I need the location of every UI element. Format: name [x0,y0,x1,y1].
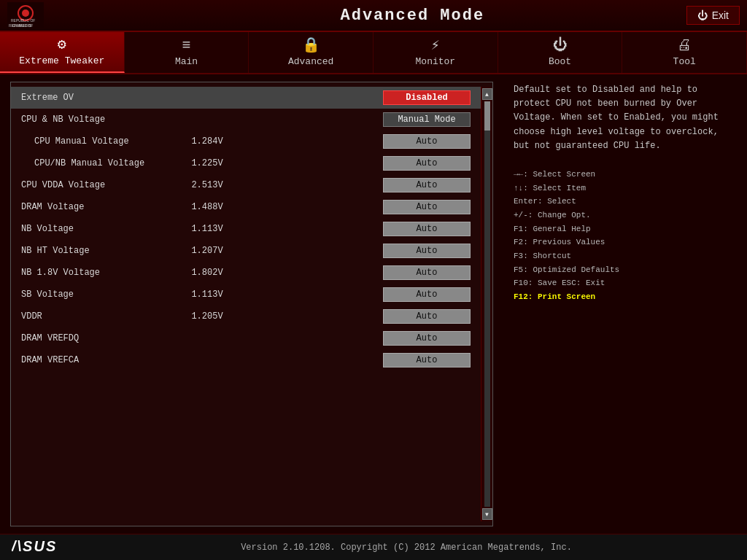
rog-logo: REPUBLIC OF REPUBLIC OF GAMERS [7,2,44,28]
control-box-cpu-nb-manual-voltage[interactable]: Auto [383,156,471,171]
hint-line: →←: Select Screen [514,168,737,182]
tab-label-tool: Tool [673,56,696,67]
setting-row-sb-voltage[interactable]: SB Voltage 1.113V Auto [11,284,481,306]
nav-tab-boot[interactable]: ⏻ Boot [498,32,623,73]
setting-row-cpu-nb-voltage[interactable]: CPU & NB Voltage Manual Mode [11,109,481,131]
control-box-cpu-vdda-voltage[interactable]: Auto [383,178,471,192]
setting-control-cpu-vdda-voltage[interactable]: Auto [383,178,471,192]
tab-icon-monitor: ⚡ [431,39,440,53]
setting-value-vddr: 1.205V [182,311,233,322]
setting-row-dram-voltage[interactable]: DRAM Voltage 1.488V Auto [11,196,481,218]
setting-value-nb-18v-voltage: 1.802V [182,268,233,278]
setting-row-dram-vrefca[interactable]: DRAM VREFCA Auto [11,349,481,371]
scroll-up-arrow[interactable]: ▲ [482,88,492,100]
setting-control-nb-voltage[interactable]: Auto [383,222,471,236]
exit-label: Exit [712,9,729,21]
setting-control-cpu-manual-voltage[interactable]: Auto [383,134,471,149]
setting-label-cpu-nb-manual-voltage: CPU/NB Manual Voltage [21,158,182,168]
exit-button[interactable]: ⏻ Exit [686,6,740,25]
control-box-nb-18v-voltage[interactable]: Auto [383,265,471,280]
tab-label-advanced: Advanced [288,56,333,67]
logo-area: REPUBLIC OF REPUBLIC OF GAMERS [7,2,139,28]
setting-control-cpu-nb-manual-voltage[interactable]: Auto [383,156,471,171]
setting-row-vddr[interactable]: VDDR 1.205V Auto [11,306,481,327]
svg-text:/\SUS: /\SUS [12,538,57,554]
setting-control-vddr[interactable]: Auto [383,309,471,324]
setting-label-cpu-nb-voltage: CPU & NB Voltage [21,114,182,125]
control-box-cpu-nb-voltage[interactable]: Manual Mode [383,112,471,127]
setting-value-cpu-manual-voltage: 1.284V [182,136,233,147]
keyboard-hints: →←: Select Screen↑↓: Select ItemEnter: S… [514,168,737,304]
setting-label-vddr: VDDR [21,311,182,322]
control-box-dram-voltage[interactable]: Auto [383,200,471,214]
tab-label-boot: Boot [549,56,571,67]
setting-control-dram-vrefca[interactable]: Auto [383,353,471,368]
setting-row-cpu-nb-manual-voltage[interactable]: CPU/NB Manual Voltage 1.225V Auto [11,152,481,174]
svg-point-2 [22,9,29,17]
control-box-cpu-manual-voltage[interactable]: Auto [383,134,471,149]
settings-list: Extreme OV Disabled CPU & NB Voltage Man… [11,87,481,521]
control-box-dram-vrefca[interactable]: Auto [383,353,471,368]
setting-label-cpu-manual-voltage: CPU Manual Voltage [21,136,182,147]
hint-line: F1: General Help [514,222,737,236]
main-content: Extreme OV Disabled CPU & NB Voltage Man… [0,74,747,534]
asus-logo: /\SUS [12,537,63,559]
setting-control-sb-voltage[interactable]: Auto [383,287,471,302]
nav-tab-monitor[interactable]: ⚡ Monitor [374,32,498,73]
setting-value-cpu-nb-manual-voltage: 1.225V [182,158,233,168]
tab-label-monitor: Monitor [416,56,456,67]
control-box-nb-voltage[interactable]: Auto [383,222,471,236]
setting-value-dram-voltage: 1.488V [182,202,233,212]
setting-label-nb-voltage: NB Voltage [21,224,182,234]
settings-panel: Extreme OV Disabled CPU & NB Voltage Man… [0,74,503,534]
footer: /\SUS Version 2.10.1208. Copyright (C) 2… [0,534,747,560]
scroll-area: ▲ ▼ [481,87,492,521]
nav-tab-extreme-tweaker[interactable]: ⚙ Extreme Tweaker [0,32,125,73]
nav-tabs: ⚙ Extreme Tweaker ≡ Main 🔒 Advanced ⚡ Mo… [0,32,747,74]
setting-row-dram-vrefdq[interactable]: DRAM VREFDQ Auto [11,327,481,349]
setting-row-nb-voltage[interactable]: NB Voltage 1.113V Auto [11,218,481,240]
scroll-thumb[interactable] [484,101,490,131]
control-box-sb-voltage[interactable]: Auto [383,287,471,302]
setting-control-extreme-ov[interactable]: Disabled [383,90,471,105]
header: REPUBLIC OF REPUBLIC OF GAMERS Advanced … [0,0,747,32]
setting-row-nb-ht-voltage[interactable]: NB HT Voltage 1.207V Auto [11,240,481,262]
setting-label-cpu-vdda-voltage: CPU VDDA Voltage [21,180,182,190]
tab-icon-tool: 🖨 [677,39,692,53]
setting-label-nb-ht-voltage: NB HT Voltage [21,246,182,256]
nav-tab-advanced[interactable]: 🔒 Advanced [249,32,374,73]
tab-icon-boot: ⏻ [553,39,568,53]
settings-inner: Extreme OV Disabled CPU & NB Voltage Man… [10,82,493,526]
setting-control-dram-vrefdq[interactable]: Auto [383,331,471,346]
tab-label-main: Main [175,56,198,67]
setting-control-nb-18v-voltage[interactable]: Auto [383,265,471,280]
tab-icon-main: ≡ [182,39,191,53]
control-box-nb-ht-voltage[interactable]: Auto [383,244,471,258]
control-box-dram-vrefdq[interactable]: Auto [383,331,471,346]
setting-value-nb-ht-voltage: 1.207V [182,246,233,256]
setting-label-extreme-ov: Extreme OV [21,93,182,103]
nav-tab-tool[interactable]: 🖨 Tool [622,32,747,73]
hint-line: F12: Print Screen [514,290,737,304]
hint-line: F3: Shortcut [514,249,737,263]
svg-text:REPUBLIC OF: REPUBLIC OF [11,18,35,23]
setting-control-nb-ht-voltage[interactable]: Auto [383,244,471,258]
nav-tab-main[interactable]: ≡ Main [125,32,249,73]
control-box-vddr[interactable]: Auto [383,309,471,324]
setting-control-cpu-nb-voltage[interactable]: Manual Mode [383,112,471,127]
tab-label-extreme-tweaker: Extreme Tweaker [19,55,104,66]
setting-label-dram-voltage: DRAM Voltage [21,202,182,212]
hint-line: +/-: Change Opt. [514,209,737,222]
hint-line: F5: Optimized Defaults [514,263,737,277]
setting-row-cpu-manual-voltage[interactable]: CPU Manual Voltage 1.284V Auto [11,131,481,152]
setting-label-dram-vrefdq: DRAM VREFDQ [21,333,182,343]
scroll-down-arrow[interactable]: ▼ [482,508,492,520]
scroll-track [484,101,490,507]
setting-row-cpu-vdda-voltage[interactable]: CPU VDDA Voltage 2.513V Auto [11,174,481,196]
setting-control-dram-voltage[interactable]: Auto [383,200,471,214]
control-box-extreme-ov[interactable]: Disabled [383,90,471,105]
hint-line: Enter: Select [514,195,737,209]
setting-row-nb-18v-voltage[interactable]: NB 1.8V Voltage 1.802V Auto [11,262,481,284]
hint-line: F2: Previous Values [514,236,737,249]
setting-row-extreme-ov[interactable]: Extreme OV Disabled [11,87,481,109]
